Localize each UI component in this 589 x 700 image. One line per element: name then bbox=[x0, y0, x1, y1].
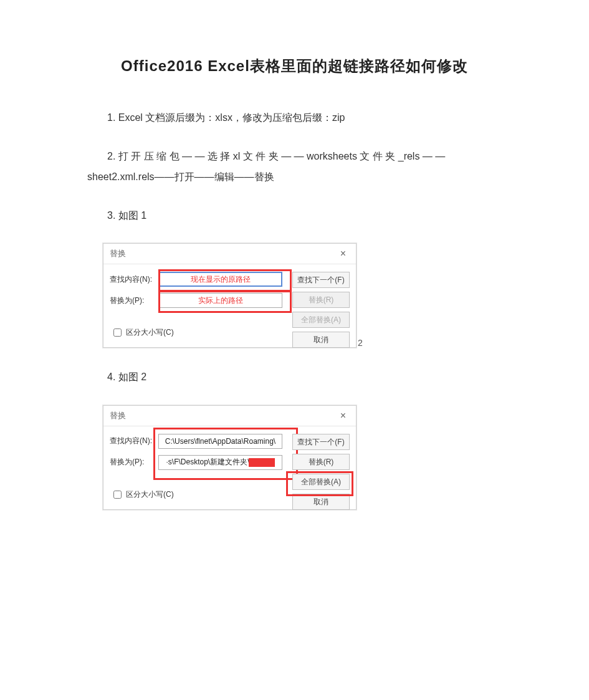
case-label: 区分大小写(C) bbox=[126, 489, 174, 500]
replace-all-button[interactable]: 全部替换(A) bbox=[292, 474, 350, 490]
redacted-text bbox=[249, 458, 275, 467]
step-3: 3. 如图 1 bbox=[87, 205, 502, 226]
replace-dialog-1: 替换 × 查找内容(N): 替换为(P): bbox=[103, 243, 357, 348]
dialog-title-text: 替换 bbox=[110, 406, 126, 426]
figure-2: 替换 × 查找内容(N): 替换为(P): ·s\F\Desktop\新建文件夹… bbox=[103, 405, 502, 510]
replace-button[interactable]: 替换(R) bbox=[292, 454, 350, 470]
dialog-titlebar: 替换 × bbox=[103, 244, 356, 264]
find-label: 查找内容(N): bbox=[110, 274, 158, 285]
find-next-button[interactable]: 查找下一个(F) bbox=[292, 434, 350, 450]
cancel-button[interactable]: 取消 bbox=[292, 332, 350, 348]
replace-all-button[interactable]: 全部替换(A) bbox=[292, 312, 350, 328]
figure-caption-number: 2 bbox=[358, 338, 363, 348]
case-label: 区分大小写(C) bbox=[126, 327, 174, 338]
replace-input-text: ·s\F\Desktop\新建文件夹\ bbox=[166, 457, 249, 467]
dialog-title-text: 替换 bbox=[110, 244, 126, 264]
step-2-line2: sheet2.xml.rels——打开——编辑——替换 bbox=[87, 166, 502, 188]
find-label: 查找内容(N): bbox=[110, 436, 158, 446]
find-input[interactable] bbox=[158, 434, 282, 449]
replace-label: 替换为(P): bbox=[110, 457, 158, 467]
page-title: Office2016 Excel表格里面的超链接路径如何修改 bbox=[87, 56, 502, 76]
cancel-button[interactable]: 取消 bbox=[292, 494, 350, 510]
replace-dialog-2: 替换 × 查找内容(N): 替换为(P): ·s\F\Desktop\新建文件夹… bbox=[103, 405, 357, 510]
replace-label: 替换为(P): bbox=[110, 295, 158, 306]
dialog-titlebar: 替换 × bbox=[103, 406, 356, 426]
close-icon[interactable]: × bbox=[337, 406, 350, 426]
case-checkbox[interactable] bbox=[113, 328, 122, 337]
step-2-line1: 2. 打 开 压 缩 包 — — 选 择 xl 文 件 夹 — — worksh… bbox=[87, 146, 502, 167]
figure-1: 替换 × 查找内容(N): 替换为(P): bbox=[103, 243, 502, 348]
find-input[interactable] bbox=[158, 272, 282, 287]
find-next-button[interactable]: 查找下一个(F) bbox=[292, 272, 350, 288]
replace-button[interactable]: 替换(R) bbox=[292, 292, 350, 308]
step-1: 1. Excel 文档源后缀为：xlsx，修改为压缩包后缀：zip bbox=[87, 107, 502, 128]
replace-input[interactable] bbox=[158, 293, 282, 308]
close-icon[interactable]: × bbox=[337, 244, 350, 264]
case-checkbox[interactable] bbox=[113, 491, 122, 499]
step-4: 4. 如图 2 bbox=[87, 367, 502, 388]
replace-input[interactable]: ·s\F\Desktop\新建文件夹\ bbox=[158, 455, 282, 470]
